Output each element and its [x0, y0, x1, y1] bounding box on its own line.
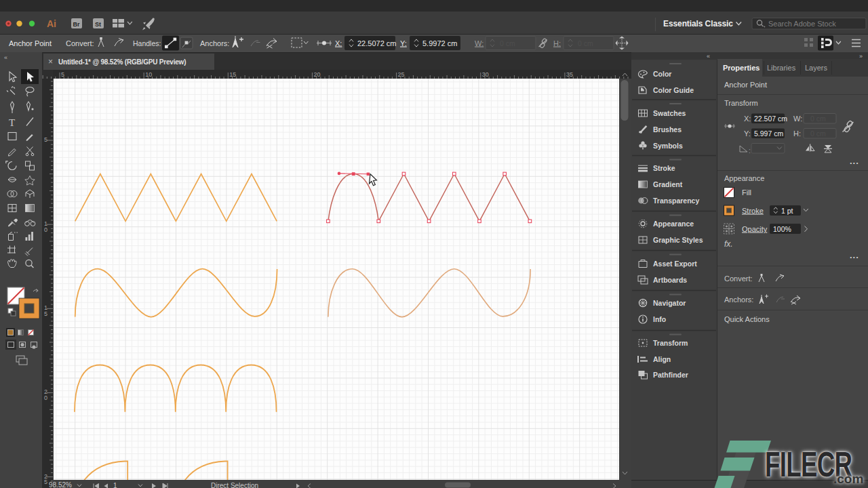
svg-text:X:: X: [335, 39, 342, 47]
svg-text:Essentials Classic: Essentials Classic [663, 19, 733, 28]
svg-text:Color: Color [653, 70, 671, 78]
svg-text:Layers: Layers [805, 64, 828, 72]
svg-text:Gradient: Gradient [653, 180, 683, 188]
svg-text:Ai: Ai [47, 18, 56, 29]
svg-text:Fill: Fill [742, 188, 751, 197]
svg-text:Anchors:: Anchors: [200, 39, 229, 47]
svg-text:...: ... [850, 156, 859, 166]
svg-text:Direct Selection: Direct Selection [211, 482, 258, 488]
svg-text:Br: Br [73, 21, 80, 28]
svg-text:Align: Align [653, 355, 671, 363]
svg-text:1 pt: 1 pt [781, 207, 793, 215]
svg-text:Libraries: Libraries [767, 64, 796, 72]
svg-text:Brushes: Brushes [653, 125, 682, 134]
svg-text:5.9972 cm: 5.9972 cm [422, 39, 457, 47]
svg-text:Properties: Properties [723, 64, 760, 72]
svg-text:...: ... [850, 250, 859, 260]
svg-text:98.52%: 98.52% [49, 481, 72, 488]
svg-text:Opacity: Opacity [742, 225, 768, 233]
svg-text:Stroke: Stroke [653, 164, 675, 172]
svg-text:Navigator: Navigator [653, 299, 686, 307]
svg-text:W:: W: [475, 39, 484, 47]
svg-text:Pathfinder: Pathfinder [653, 371, 688, 379]
svg-text:Transparency: Transparency [653, 197, 699, 205]
svg-text:Symbols: Symbols [653, 142, 683, 150]
svg-text:Graphic Styles: Graphic Styles [653, 236, 703, 244]
svg-text:22.5072 cm: 22.5072 cm [357, 39, 396, 47]
svg-text:H:: H: [553, 39, 561, 47]
svg-text:Quick Actions: Quick Actions [724, 315, 770, 323]
svg-text:Y:: Y: [400, 39, 407, 47]
svg-text:W:: W: [793, 115, 802, 123]
svg-text:Color Guide: Color Guide [653, 86, 694, 94]
svg-text:1: 1 [113, 482, 117, 488]
svg-text:Info: Info [653, 315, 666, 323]
svg-text:Transform: Transform [653, 339, 688, 347]
svg-text:100%: 100% [773, 225, 791, 233]
svg-text:Convert:: Convert: [724, 274, 753, 283]
svg-text:Anchors:: Anchors: [724, 296, 753, 304]
svg-text:0 cm: 0 cm [500, 39, 515, 47]
svg-text:Search Adobe Stock: Search Adobe Stock [768, 20, 836, 28]
svg-text:H:: H: [793, 129, 801, 138]
svg-text:5.997 cm: 5.997 cm [754, 129, 783, 138]
svg-text:22.507 cm: 22.507 cm [754, 115, 787, 123]
svg-text:Y:: Y: [744, 129, 751, 138]
svg-text:T: T [9, 117, 15, 128]
svg-text:fx.: fx. [724, 239, 733, 249]
svg-text:0 cm: 0 cm [810, 115, 826, 123]
svg-text:Artboards: Artboards [653, 276, 687, 284]
svg-text:Appearance: Appearance [724, 174, 764, 182]
svg-text:Anchor Point: Anchor Point [724, 81, 767, 89]
svg-text:Stroke: Stroke [742, 207, 764, 215]
svg-text:X:: X: [744, 115, 751, 123]
svg-text:«: « [4, 54, 7, 61]
svg-text:Appearance: Appearance [653, 220, 694, 228]
svg-text:0 cm: 0 cm [810, 129, 826, 138]
svg-text:Transform: Transform [724, 99, 758, 107]
svg-text:Handles:: Handles: [133, 39, 161, 47]
svg-text:Swatches: Swatches [653, 109, 686, 117]
svg-text:Convert:: Convert: [66, 39, 94, 47]
svg-text:Asset Export: Asset Export [653, 260, 697, 268]
svg-text:Anchor Point: Anchor Point [9, 39, 52, 47]
svg-text:0 cm: 0 cm [578, 39, 593, 47]
svg-text:St: St [95, 21, 101, 28]
svg-text::: : [749, 147, 751, 155]
